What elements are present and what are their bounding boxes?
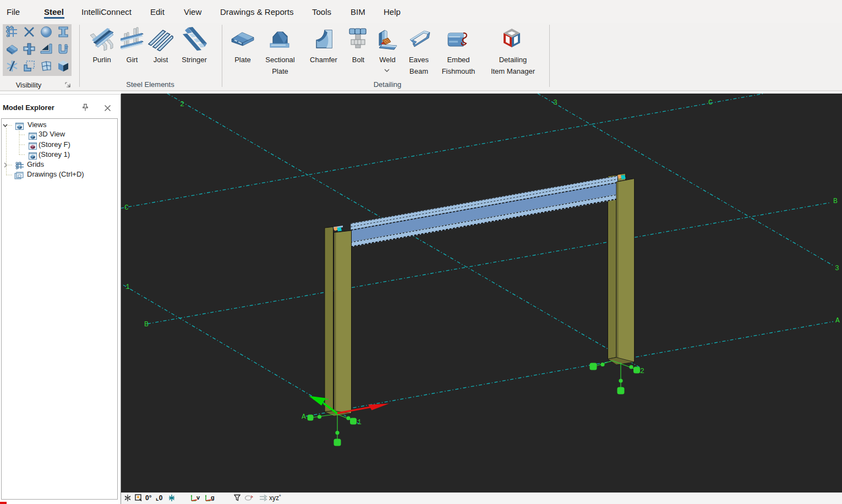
svg-text:A: A	[302, 413, 306, 421]
svg-text:B: B	[144, 320, 149, 328]
svg-text:2: 2	[180, 100, 184, 108]
svg-text:A: A	[835, 316, 840, 325]
svg-text:C: C	[708, 98, 713, 107]
svg-text:3: 3	[835, 264, 839, 272]
svg-text:C: C	[124, 204, 129, 212]
svg-text:1: 1	[357, 418, 362, 426]
svg-text:3: 3	[553, 98, 557, 107]
svg-text:1: 1	[125, 283, 130, 291]
svg-text:2: 2	[640, 367, 644, 375]
svg-text:B: B	[833, 197, 838, 205]
